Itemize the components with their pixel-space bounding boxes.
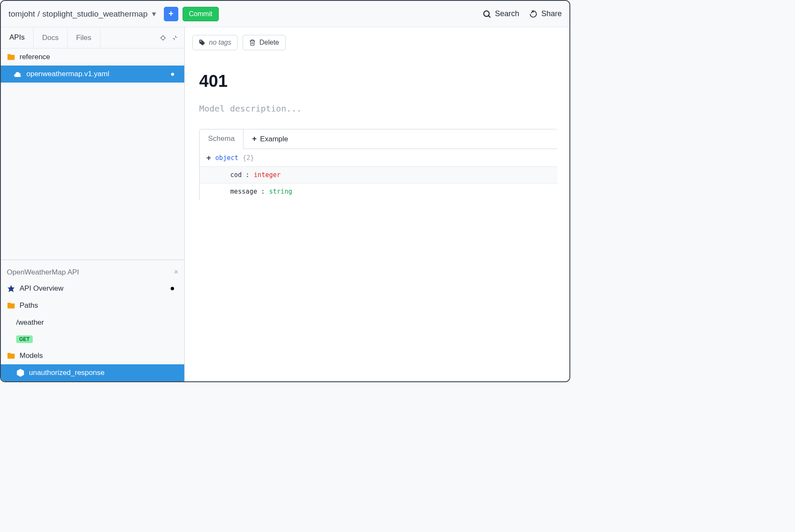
sidebar-tabs: APIs Docs Files [1,27,184,49]
collapse-icon[interactable] [172,34,178,41]
star-icon [7,284,15,293]
tree-file-openweathermap[interactable]: openweathermap.v1.yaml [1,66,184,83]
plus-icon: + [169,9,174,19]
tree-folder-reference[interactable]: reference [1,49,184,66]
box-icon [16,369,25,377]
breadcrumb-repo: stoplight_studio_weathermap [43,9,148,19]
modified-indicator-icon [171,73,174,76]
api-title: OpenWeatherMap API × [1,264,184,280]
folder-icon [7,301,15,310]
trash-icon [249,39,256,46]
nav-paths[interactable]: Paths [1,297,184,314]
delete-button[interactable]: Delete [243,35,285,50]
modified-indicator-icon [171,287,174,290]
tab-schema[interactable]: Schema [200,129,243,149]
svg-line-1 [489,15,491,17]
tab-docs[interactable]: Docs [34,28,68,48]
app-header: tomjoht / stoplight_studio_weathermap ▾ … [1,1,569,27]
nav-api-overview[interactable]: API Overview [1,280,184,297]
share-button[interactable]: Share [529,9,562,19]
schema-prop-cod[interactable]: cod : integer [200,166,558,183]
nav-models[interactable]: Models [1,347,184,364]
tab-apis[interactable]: APIs [1,27,34,49]
expand-icon[interactable]: + [206,153,211,162]
sidebar: APIs Docs Files reference openweathermap… [1,27,185,381]
tags-button[interactable]: no tags [192,35,237,50]
tab-files[interactable]: Files [68,28,100,48]
breadcrumb-separator: / [37,9,40,19]
breadcrumb[interactable]: tomjoht / stoplight_studio_weathermap ▾ [9,9,156,19]
file-tree: reference openweathermap.v1.yaml [1,49,184,260]
target-icon[interactable] [160,34,166,41]
nav-model-unauthorized[interactable]: unauthorized_response [1,364,184,381]
method-badge: GET [16,335,33,343]
schema-body: + object {2} cod : integer message : str… [200,149,558,200]
schema-type: object [215,154,238,162]
nav-method-get[interactable]: GET [1,331,184,347]
add-button[interactable]: + [164,7,178,21]
cloud-icon [14,70,22,78]
main-content: no tags Delete 401 Model description... … [185,27,569,381]
schema-root[interactable]: + object {2} [200,149,558,166]
search-button[interactable]: Search [482,9,519,19]
svg-point-0 [484,11,489,16]
schema-panel: Schema + Example + object {2} cod : inte… [199,129,558,200]
folder-icon [7,53,15,61]
svg-point-3 [161,36,165,40]
schema-tabs: Schema + Example [200,129,558,149]
commit-button[interactable]: Commit [183,7,219,21]
chevron-down-icon: ▾ [152,9,156,19]
tag-icon [199,39,206,46]
plus-icon: + [252,134,257,143]
toolbar: no tags Delete [185,27,569,54]
schema-prop-message[interactable]: message : string [200,183,558,200]
nav-path-weather[interactable]: /weather [1,314,184,331]
svg-marker-8 [8,285,15,292]
folder-icon [7,352,15,360]
api-nav: OpenWeatherMap API × API Overview Paths … [1,260,184,381]
svg-point-10 [200,40,201,42]
model-description[interactable]: Model description... [199,103,558,114]
breadcrumb-owner: tomjoht [9,9,35,19]
model-title[interactable]: 401 [199,72,558,91]
schema-count: {2} [243,154,254,162]
share-icon [529,9,538,19]
search-icon [482,9,492,19]
tab-example[interactable]: + Example [243,129,297,149]
close-icon[interactable]: × [174,268,178,277]
